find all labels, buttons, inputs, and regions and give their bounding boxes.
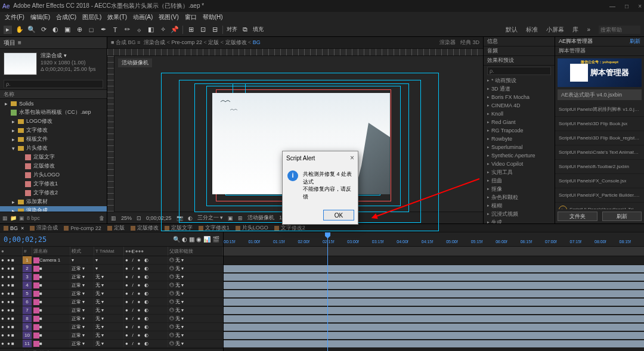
script-item[interactable]: ScriptUI Panels\简易排列脚本 v1.0.jsxbin <box>555 102 644 117</box>
tl-shy-icon[interactable]: ◐ <box>182 236 187 243</box>
folder-button[interactable]: 文件夹 <box>558 212 597 221</box>
view-axis-icon[interactable]: ⊟ <box>210 26 219 34</box>
effect-category[interactable]: RG Trapcode <box>484 126 555 135</box>
menu-item[interactable]: 视图(V) <box>156 12 181 23</box>
breadcrumb-item[interactable]: BG <box>253 39 261 45</box>
layer-row[interactable]: ● ● ■8 ■正常 ▾无 ▾● / ● ◐◎ 无 ▾ <box>0 315 223 323</box>
new-folder-icon[interactable]: 📁 <box>10 215 17 221</box>
workspace-default[interactable]: 默认 <box>506 26 518 34</box>
layer-row[interactable]: ● ● ■7 ■正常 ▾无 ▾● / ● ◐◎ 无 ▾ <box>0 306 223 315</box>
menu-item[interactable]: 文件(F) <box>2 12 27 23</box>
info-tab[interactable]: 信息 <box>484 37 555 46</box>
timeline-tab[interactable]: 定版 <box>107 224 125 232</box>
script-item[interactable]: ScriptUI Panels\3D Flip Book.jsx <box>555 117 644 131</box>
pen-tool-icon[interactable]: ✒ <box>99 26 107 34</box>
layer-row[interactable]: ● ● ■1 Camera 1 ▾ ▾● / ● ◐◎ 无 ▾ <box>0 256 223 265</box>
menu-item[interactable]: 窗口 <box>182 12 199 23</box>
brush-tool-icon[interactable]: ✏ <box>123 26 131 34</box>
effects-list[interactable]: * 动画预设3D 通道Boris FX MochaCINEMA 4DKnollR… <box>484 76 555 223</box>
menu-item[interactable]: 图层(L) <box>80 12 104 23</box>
selection-tool-icon[interactable]: ▸ <box>4 26 12 34</box>
roto-tool-icon[interactable]: ✧ <box>159 26 167 34</box>
breadcrumb-item[interactable]: 渲染合成 <box>144 39 165 45</box>
timeline-ruler[interactable]: 00:15f01:00f01:15f02:00f02:15f03:00f03:1… <box>224 232 644 247</box>
project-item[interactable]: 文字修改2 <box>0 188 107 197</box>
timeline-tab[interactable]: Pre-comp 22 <box>64 225 101 231</box>
tl-3d-icon[interactable]: 🎬 <box>212 236 219 243</box>
project-item[interactable]: ▸ LOGO修改 <box>0 117 107 126</box>
snap-icon[interactable]: ⧉ <box>241 26 249 34</box>
project-item[interactable]: 定版修改 <box>0 161 107 170</box>
effect-category[interactable]: Video Copilot <box>484 160 555 168</box>
breadcrumb-item[interactable]: 定版 <box>208 39 219 45</box>
workspace-small[interactable]: 小屏幕 <box>546 26 564 34</box>
fill-label[interactable]: 填充 <box>253 26 264 33</box>
project-search-input[interactable] <box>4 80 103 88</box>
project-item[interactable]: 文字修改1 <box>0 179 107 188</box>
layer-row[interactable]: ● ● ■9 ■正常 ▾无 ▾● / ● ◐◎ 无 ▾ <box>0 323 223 331</box>
script-manager-tab[interactable]: 脚本管理器 <box>555 46 644 56</box>
timeline-tab[interactable]: 渲染合成 <box>30 224 58 232</box>
timeline-tracks[interactable] <box>224 256 644 351</box>
breadcrumb-item[interactable]: Pre-comp 22 <box>171 39 202 45</box>
eraser-tool-icon[interactable]: ◧ <box>147 26 155 34</box>
workspace-library[interactable]: 库 <box>572 26 578 34</box>
project-header-name[interactable]: 名称 <box>0 89 107 99</box>
menu-item[interactable]: 帮助(H) <box>200 12 225 23</box>
effect-category[interactable]: 抠像 <box>484 185 555 193</box>
project-item[interactable]: ▸ 渲染合成 <box>0 206 107 212</box>
project-item[interactable]: 定版文字 <box>0 153 107 161</box>
script-list[interactable]: ScriptUI Panels\简易排列脚本 v1.0.jsxbinScript… <box>555 102 644 209</box>
script-item[interactable]: ScriptUI Panels\ft-Toolbar2.jsxbin <box>555 160 644 174</box>
effect-category[interactable]: 沉浸式视频 <box>484 210 555 218</box>
effect-category[interactable]: Boris FX Mocha <box>484 93 555 101</box>
effect-category[interactable]: 3D 通道 <box>484 85 555 93</box>
world-axis-icon[interactable]: ⊡ <box>199 26 207 34</box>
effect-category[interactable]: 杂色和颗粒 <box>484 193 555 201</box>
menu-item[interactable]: 效果(T) <box>105 12 129 23</box>
playhead[interactable] <box>327 232 328 351</box>
help-search-input[interactable] <box>599 26 640 34</box>
renderer-value[interactable]: 经典 3D <box>460 39 479 46</box>
effect-category[interactable]: Superluminal <box>484 143 555 151</box>
project-item[interactable]: ▸ 文字修改 <box>0 126 107 135</box>
layer-row[interactable]: ● ● ■4 ■正常 ▾无 ▾● / ● ◐◎ 无 ▾ <box>0 281 223 290</box>
script-item[interactable]: ScriptUI Panels\FX_Console.jsx <box>555 174 644 188</box>
camera-tool-icon[interactable]: ▣ <box>63 26 72 34</box>
tl-mb-icon[interactable]: ◉ <box>196 236 202 243</box>
clone-tool-icon[interactable]: ⟐ <box>135 26 143 34</box>
script-item[interactable]: ScriptUI Panels\3D Flip Book_registratio… <box>555 131 644 145</box>
maximize-button[interactable]: □ <box>625 3 628 10</box>
breadcrumb-item[interactable]: 定版修改 <box>225 39 247 45</box>
script-item[interactable]: InScriptUI Panels\headless\1.Trim In.jsx <box>555 203 644 209</box>
effect-category[interactable]: Red Giant <box>484 118 555 126</box>
refresh-button[interactable]: 刷新 <box>602 212 642 221</box>
menu-item[interactable]: 动画(A) <box>131 12 155 23</box>
script-item[interactable]: ScriptUI Panels\FX_Particle Builder.jsxb… <box>555 188 644 203</box>
new-comp-icon[interactable]: ▣ <box>19 215 24 221</box>
effect-category[interactable]: Synthetic Aperture <box>484 151 555 160</box>
zoom-tool-icon[interactable]: 🔍 <box>27 26 36 34</box>
timeline-tab[interactable]: BG× <box>4 225 24 231</box>
effects-search-input[interactable] <box>487 67 551 75</box>
close-button[interactable]: × <box>638 3 642 10</box>
project-tab[interactable]: 项目≡ <box>0 37 107 49</box>
rotate-tool-icon[interactable]: ◐ <box>51 26 60 34</box>
snap-label[interactable]: 对齐 <box>227 26 237 33</box>
effect-category[interactable]: 模糊 <box>484 201 555 210</box>
hand-tool-icon[interactable]: ✋ <box>16 26 24 34</box>
script-item[interactable]: ScriptUI Panels\Crate's Text Animator.js… <box>555 145 644 160</box>
project-item[interactable]: 水墨包装动画模板（CC）.aep <box>0 108 107 117</box>
project-tree[interactable]: ▸ Solids 水墨包装动画模板（CC）.aep▸ LOGO修改▸ 文字修改▸… <box>0 99 107 212</box>
tl-frame-blend-icon[interactable]: ▦ <box>189 236 194 243</box>
project-item[interactable]: ▸ 添加素材 <box>0 197 107 206</box>
menu-item[interactable]: 编辑(E) <box>28 12 52 23</box>
project-item[interactable]: ▾ 片头修改 <box>0 144 107 153</box>
project-item[interactable]: ▸ 模板文件 <box>0 135 107 144</box>
puppet-tool-icon[interactable]: 📌 <box>171 26 179 34</box>
project-item[interactable]: 片头LOGO <box>0 170 107 179</box>
dialog-ok-button[interactable]: OK <box>323 210 354 220</box>
script-refresh-link[interactable]: 刷新 <box>630 38 640 45</box>
toggle-alpha-icon[interactable]: ⊡ <box>137 215 141 221</box>
audio-tab[interactable]: 音频 <box>484 46 555 56</box>
